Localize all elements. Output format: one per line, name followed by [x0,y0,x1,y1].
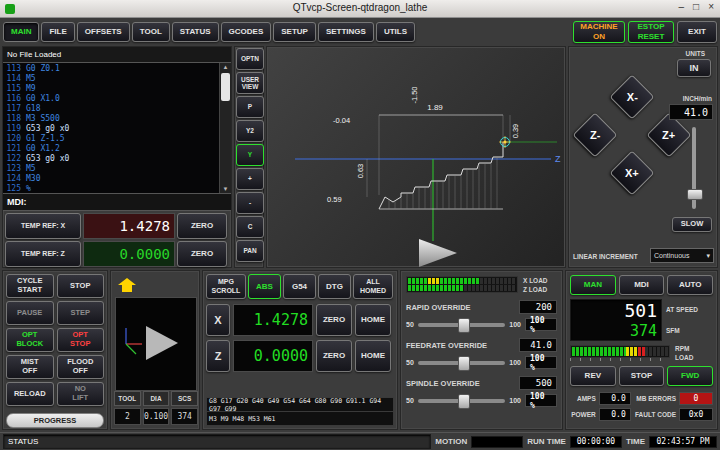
view-y-button[interactable]: Y [236,144,264,166]
pan-button[interactable]: PAN [236,240,264,262]
g54-button[interactable]: G54 [283,274,316,299]
user-view-button[interactable]: USER VIEW [236,72,264,94]
rapid-slider-handle[interactable] [458,318,470,333]
jog-rate-slider[interactable] [692,127,696,209]
stop-button[interactable]: STOP [57,274,105,298]
rpm-label: RPM [675,345,693,352]
feed-slider-max: 100 [509,359,521,366]
dia-col-header: DIA [143,391,170,406]
machine-on-label2: ON [593,32,605,41]
temp-ref-z-value: 0.0000 [83,241,175,267]
machine-on-button[interactable]: MACHINE ON [573,21,625,43]
spindle-load-meter [570,345,670,361]
jog-x-minus-button[interactable]: X- [609,74,654,119]
scroll-down-icon[interactable]: ▼ [220,186,231,192]
scrollbar-thumb[interactable] [221,73,230,101]
spindle-stop-button[interactable]: STOP [619,366,665,386]
slow-button[interactable]: SLOW [672,217,712,232]
home-x-button[interactable]: HOME [355,304,391,336]
mdi-mode-button[interactable]: MDI [619,275,665,295]
reload-button[interactable]: RELOAD [6,382,54,406]
axis-x-button[interactable]: X [206,304,230,336]
zoom-out-button[interactable]: - [236,192,264,214]
abs-button[interactable]: ABS [248,274,281,299]
active-codes: G8 G17 G20 G40 G49 G54 G64 G80 G90 G91.1… [206,397,394,426]
gremlin-preview[interactable]: Z X 1.89 0.39 -1.50 -0.04 0.63 0.59 [266,46,566,268]
file-header: No File Loaded [3,47,231,63]
file-scrollbar[interactable]: ▲ ▼ [219,63,231,193]
exit-button[interactable]: EXIT [677,21,717,43]
jog-rate-slider-handle[interactable] [687,189,703,200]
units-button[interactable]: IN [677,59,711,77]
tab-tool[interactable]: TOOL [132,22,170,42]
view-p-button[interactable]: P [236,96,264,118]
tab-main[interactable]: MAIN [3,22,39,42]
feedrate-override-slider[interactable] [418,361,506,365]
tab-file[interactable]: FILE [41,22,74,42]
pause-button[interactable]: PAUSE [6,301,54,325]
rapid-override-value: 200 [519,300,557,314]
tool-mini-view[interactable] [115,297,197,391]
temp-ref-x-value: 1.4278 [83,213,175,239]
zero-z-button[interactable]: ZERO [177,241,227,267]
axis-z-button[interactable]: Z [206,340,230,372]
increment-dropdown[interactable]: Continuous ▾ [650,248,714,263]
zero-x-button[interactable]: ZERO [177,213,227,239]
spindle-rev-button[interactable]: REV [570,366,616,386]
view-options-button[interactable]: OPTN [236,48,264,70]
spindle-rpm-value: 501 [624,300,657,321]
jog-z-minus-button[interactable]: Z- [572,112,617,157]
cycle-start-button[interactable]: CYCLESTART [6,274,54,298]
tab-settings[interactable]: SETTINGS [318,22,374,42]
tab-offsets[interactable]: OFFSETS [77,22,130,42]
scroll-up-icon[interactable]: ▲ [220,64,231,70]
window-title: QTvcp-Screen-qtdragon_lathe [0,2,720,13]
origin-cone-icon [419,239,457,267]
zero-x-dro-button[interactable]: ZERO [316,304,352,336]
tab-utils[interactable]: UTILS [376,22,415,42]
feed-slider-handle[interactable] [458,356,470,371]
spindle-fwd-button[interactable]: FWD [667,366,713,386]
jog-x-plus-button[interactable]: X+ [609,150,654,195]
man-mode-button[interactable]: MAN [570,275,616,295]
clear-view-button[interactable]: C [236,216,264,238]
temp-ref-x-button[interactable]: TEMP REF: X [5,213,81,239]
time-label: TIME [626,437,645,446]
temp-ref-z-button[interactable]: TEMP REF: Z [5,241,81,267]
close-icon[interactable]: × [708,1,714,12]
spindle-override-slider[interactable] [418,399,506,403]
flood-button[interactable]: FLOODOFF [57,355,105,379]
tool-scs-value: 374 [171,408,198,425]
all-homed-button[interactable]: ALLHOMED [353,274,393,299]
minimize-icon[interactable]: – [679,1,685,12]
opt-block-button[interactable]: OPTBLOCK [6,328,54,352]
power-label: POWER [570,411,596,418]
spindle-slider-max: 100 [509,397,521,404]
tab-setup[interactable]: SETUP [273,22,316,42]
zero-z-dro-button[interactable]: ZERO [316,340,352,372]
auto-mode-button[interactable]: AUTO [667,275,713,295]
home-z-button[interactable]: HOME [355,340,391,372]
runtime-label: RUN TIME [527,437,566,446]
tab-gcodes[interactable]: GCODES [221,22,272,42]
view-y2-button[interactable]: Y2 [236,120,264,142]
tool-shape [146,326,178,360]
estop-reset-button[interactable]: ESTOP RESET [628,21,674,43]
spindle-slider-handle[interactable] [458,394,470,409]
active-mcodes: M3 M9 M48 M53 M61 [206,412,394,426]
step-button[interactable]: STEP [57,301,105,325]
maximize-icon[interactable]: □ [693,1,699,12]
mpg-scroll-button[interactable]: MPGSCROLL [206,274,246,299]
increment-value: Continuous [654,252,689,259]
no-lift-button[interactable]: NOLIFT [57,382,105,406]
tab-status[interactable]: STATUS [172,22,219,42]
gcode-listing[interactable]: 113G0 Z0.1 114M5 115M9 116G0 X1.0 117G18… [3,63,231,193]
at-speed-label: AT SPEED [666,306,698,313]
dtg-button[interactable]: DTG [318,274,351,299]
rapid-override-slider[interactable] [418,323,506,327]
mist-button[interactable]: MISTOFF [6,355,54,379]
opt-stop-button[interactable]: OPTSTOP [57,328,105,352]
zoom-in-button[interactable]: + [236,168,264,190]
overrides-panel: X LOAD Z LOAD RAPID OVERRIDE 200 50 100 … [400,270,563,430]
tool-marker-icon [499,136,511,148]
